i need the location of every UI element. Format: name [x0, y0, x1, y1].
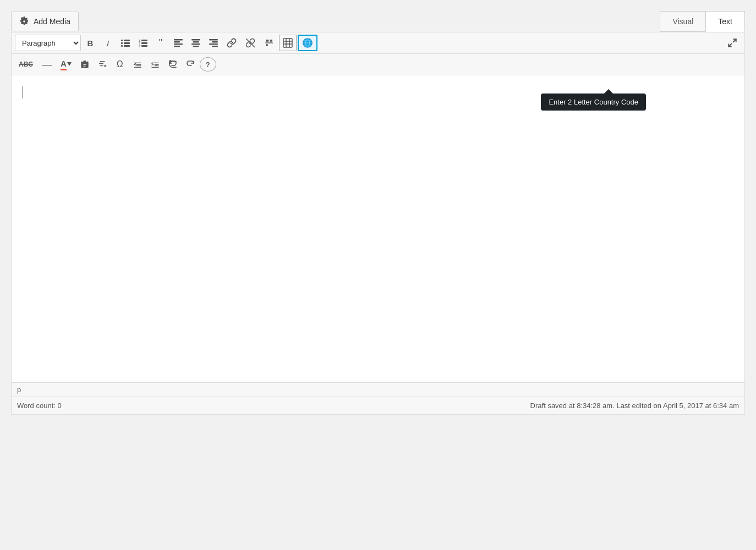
svg-rect-21	[212, 41, 218, 43]
align-right-button[interactable]	[205, 35, 222, 51]
globe-button[interactable]	[298, 35, 317, 51]
gear-media-icon	[19, 16, 29, 26]
bold-button[interactable]: B	[82, 35, 98, 51]
unlink-button[interactable]	[242, 35, 259, 51]
tab-text[interactable]: Text	[705, 11, 745, 32]
svg-text:3.: 3.	[139, 45, 141, 47]
ordered-list-button[interactable]: 1. 2. 3.	[135, 35, 151, 51]
toolbar-row-1: Paragraph Heading 1 Heading 2 Heading 3 …	[12, 32, 744, 54]
svg-rect-42	[83, 61, 86, 62]
globe-icon	[302, 37, 313, 48]
align-center-icon	[191, 38, 200, 47]
svg-rect-23	[212, 46, 218, 47]
path-indicator: p	[17, 386, 21, 394]
indent-button[interactable]	[147, 56, 163, 73]
svg-rect-29	[283, 38, 292, 47]
align-left-icon	[174, 38, 183, 47]
text-color-icon: A	[61, 59, 67, 70]
help-icon: ?	[206, 61, 210, 69]
svg-rect-17	[193, 41, 199, 43]
svg-rect-4	[121, 45, 123, 47]
svg-rect-0	[121, 40, 123, 41]
table-button[interactable]	[279, 35, 297, 51]
undo-button[interactable]	[165, 56, 181, 73]
unordered-list-button[interactable]	[117, 35, 134, 51]
strikethrough-icon: ABC	[19, 61, 33, 68]
svg-rect-13	[174, 41, 180, 43]
redo-button[interactable]	[182, 56, 199, 73]
align-center-button[interactable]	[188, 35, 204, 51]
svg-rect-7	[141, 40, 147, 41]
text-cursor	[23, 86, 23, 98]
add-media-button[interactable]: Add Media	[11, 12, 79, 31]
svg-rect-1	[124, 40, 130, 41]
svg-rect-27	[266, 44, 268, 46]
svg-rect-9	[141, 42, 147, 44]
svg-rect-22	[209, 43, 218, 45]
fullscreen-icon	[727, 38, 737, 48]
special-char-button[interactable]: Ω	[112, 56, 128, 73]
svg-rect-26	[266, 40, 269, 42]
align-left-button[interactable]	[170, 35, 187, 51]
draft-info: Draft saved at 8:34:28 am. Last edited o…	[530, 402, 739, 410]
italic-button[interactable]: I	[100, 35, 116, 51]
omega-icon: Ω	[117, 59, 123, 69]
horizontal-rule-button[interactable]	[260, 35, 278, 51]
strikethrough-button[interactable]: ABC	[15, 56, 37, 73]
outdent-icon	[133, 60, 142, 69]
link-icon	[227, 38, 237, 48]
view-tabs: Visual Text	[660, 11, 745, 32]
svg-rect-14	[174, 43, 183, 45]
indent-icon	[151, 60, 160, 69]
add-media-label: Add Media	[34, 17, 70, 26]
hr-icon: —	[42, 59, 52, 69]
paste-icon	[80, 60, 89, 69]
table-icon	[283, 38, 293, 48]
help-button[interactable]: ?	[200, 57, 216, 72]
align-right-icon	[209, 38, 218, 47]
tab-visual[interactable]: Visual	[660, 11, 705, 32]
svg-rect-16	[191, 39, 200, 41]
editor-wrapper: Add Media Visual Text Paragraph Heading …	[11, 11, 745, 415]
wordcount-bar: Word count: 0 Draft saved at 8:34:28 am.…	[11, 397, 745, 415]
svg-rect-15	[174, 46, 180, 47]
editor-content[interactable]	[11, 75, 745, 383]
svg-rect-11	[141, 45, 147, 47]
svg-rect-5	[124, 45, 130, 47]
redo-icon	[186, 60, 195, 69]
hr-button[interactable]: —	[38, 56, 56, 73]
blockquote-button[interactable]: "	[152, 35, 169, 51]
text-color-button[interactable]: A	[57, 56, 75, 73]
svg-rect-2	[121, 42, 123, 44]
paragraph-select[interactable]: Paragraph Heading 1 Heading 2 Heading 3 …	[15, 35, 81, 51]
undo-icon	[168, 60, 177, 69]
svg-rect-20	[209, 39, 218, 41]
unordered-list-icon	[121, 38, 130, 47]
ordered-list-icon: 1. 2. 3.	[139, 38, 147, 47]
clear-format-icon	[98, 60, 107, 69]
dropdown-arrow-icon	[67, 62, 72, 67]
paste-text-button[interactable]	[76, 56, 93, 73]
word-count-label: Word count: 0	[17, 402, 62, 410]
bold-icon: B	[87, 38, 94, 48]
clear-format-button[interactable]	[94, 56, 111, 73]
svg-marker-41	[67, 62, 72, 66]
blockquote-icon: "	[159, 38, 162, 48]
italic-icon: I	[107, 38, 109, 48]
link-button[interactable]	[223, 35, 240, 51]
svg-rect-12	[174, 39, 183, 41]
toolbar-area: Paragraph Heading 1 Heading 2 Heading 3 …	[11, 32, 745, 75]
horizontal-rule-icon	[264, 38, 274, 48]
svg-rect-3	[124, 42, 130, 44]
svg-rect-18	[191, 43, 200, 45]
svg-rect-19	[193, 46, 199, 47]
unlink-icon	[245, 38, 255, 48]
top-bar: Add Media Visual Text	[11, 11, 745, 32]
outdent-button[interactable]	[129, 56, 146, 73]
fullscreen-button[interactable]	[724, 35, 741, 51]
status-bar: p	[11, 383, 745, 397]
toolbar-row-2: ABC — A	[12, 54, 744, 75]
svg-rect-28	[270, 40, 273, 42]
